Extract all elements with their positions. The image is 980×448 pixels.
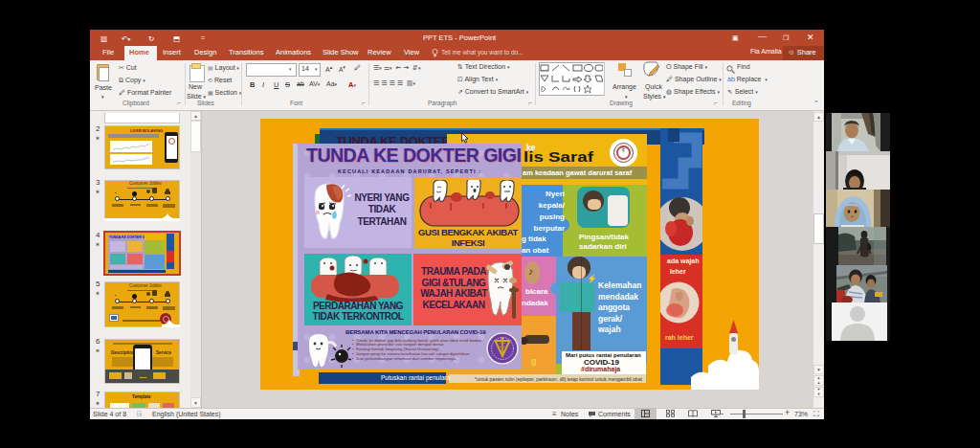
svg-text:ada wajah: ada wajah <box>667 258 699 265</box>
svg-text:rah leher: rah leher <box>665 334 694 341</box>
svg-text:leher: leher <box>670 268 686 275</box>
